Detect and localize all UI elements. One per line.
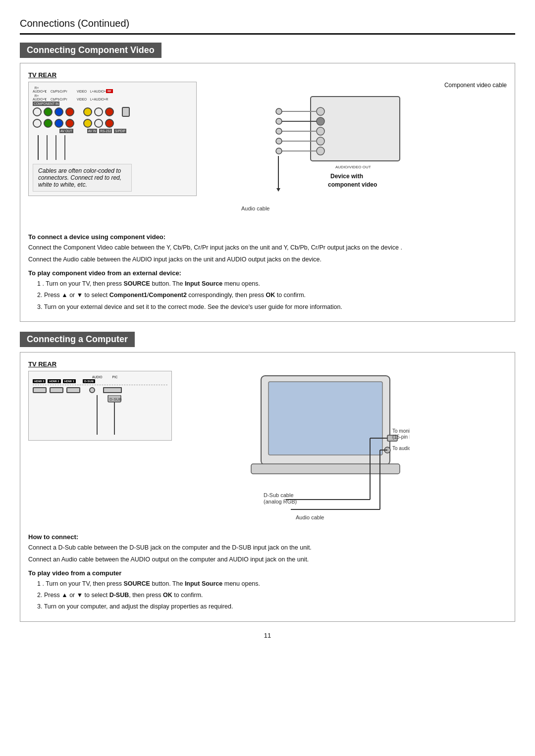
section-connecting-computer: Connecting a Computer TV REAR AUDIO PIC … bbox=[20, 332, 515, 622]
port2-video bbox=[83, 119, 92, 128]
svg-rect-16 bbox=[276, 118, 282, 124]
port2-audio-l2 bbox=[94, 119, 103, 128]
section1-instructions: To connect a device using component vide… bbox=[28, 224, 507, 312]
section2-box: TV REAR AUDIO PIC HDMI 3 HDMI 2 HDMI 1 D… bbox=[20, 352, 515, 622]
svg-text:Audio cable: Audio cable bbox=[296, 514, 324, 519]
section2-hdmi1: HDMI 1 bbox=[63, 379, 76, 383]
svg-point-8 bbox=[317, 137, 324, 145]
section2-hdmi3: HDMI 3 bbox=[33, 379, 46, 383]
svg-text:(15-pin D-Sub): (15-pin D-Sub) bbox=[392, 434, 410, 440]
svg-text:(analog RGB): (analog RGB) bbox=[264, 499, 297, 504]
section2-tv-rear-label: TV REAR bbox=[28, 360, 507, 368]
section1-tv-rear-label: TV REAR bbox=[28, 71, 507, 79]
section1-diagram: R+AUDIO+L Y Cb/Pb Cr/Pr VIDEO L+AUDIO+R … bbox=[28, 82, 507, 220]
svg-rect-19 bbox=[276, 148, 282, 154]
port-video bbox=[83, 107, 92, 116]
page-number: 11 bbox=[20, 632, 515, 639]
section1-tv-panel: R+AUDIO+L Y Cb/Pb Cr/Pr VIDEO L+AUDIO+R … bbox=[28, 82, 197, 196]
section1-component-in: COMPONENT IN bbox=[33, 101, 59, 106]
section2-right-computer: D-Sub cable (analog RGB) Audio cable (st… bbox=[172, 371, 507, 520]
svg-text:component video: component video bbox=[328, 181, 377, 188]
list-item: 3. Turn on your computer, and adjust the… bbox=[37, 602, 507, 612]
list-item: 1 . Turn on your TV, then press SOURCE b… bbox=[37, 579, 507, 589]
port-cr bbox=[65, 107, 74, 116]
svg-text:To monitor port: To monitor port bbox=[392, 428, 410, 434]
svg-point-7 bbox=[317, 127, 324, 135]
svg-point-9 bbox=[317, 147, 324, 155]
section1-av-out: AV OUT bbox=[59, 129, 73, 133]
port2-y bbox=[44, 119, 53, 128]
section2-tv-panel: AUDIO PIC HDMI 3 HDMI 2 HDMI 1 D-SUB bbox=[28, 371, 172, 441]
section1-cable-note: Cables are often color-coded to connecto… bbox=[33, 164, 132, 192]
section1-spdif: S/PDIF bbox=[114, 129, 126, 133]
section2-port-dsub bbox=[103, 387, 122, 393]
section1-av-in: AV IN bbox=[87, 129, 98, 133]
section2-hdmi2: HDMI 2 bbox=[48, 379, 60, 383]
svg-rect-31 bbox=[268, 382, 382, 455]
svg-marker-25 bbox=[276, 188, 280, 192]
section1-instr2-heading: To play component video from an external… bbox=[28, 269, 507, 277]
list-item: 2. Press ▲ or ▼ to select Component1/Com… bbox=[37, 290, 507, 301]
section1-rs232: RS-232 bbox=[99, 129, 112, 133]
port2-audio-r bbox=[105, 119, 114, 128]
port2-cb bbox=[54, 119, 63, 128]
svg-text:D-SUB: D-SUB bbox=[109, 397, 122, 402]
port-audio-l bbox=[33, 107, 42, 116]
port2-audio-l bbox=[33, 119, 42, 128]
section1-cable-svg bbox=[34, 135, 143, 160]
section2-header: Connecting a Computer bbox=[20, 332, 135, 347]
section2-play-video-heading: To play video from a computer bbox=[28, 569, 507, 577]
page-title: Connections (Continued) bbox=[20, 15, 515, 35]
port-y bbox=[44, 107, 53, 116]
port-rf bbox=[122, 107, 130, 117]
svg-text:AUDIO/VIDEO OUT: AUDIO/VIDEO OUT bbox=[335, 165, 371, 169]
svg-rect-18 bbox=[276, 138, 282, 144]
section2-how-to-text2: Connect an Audio cable between the AUDIO… bbox=[28, 554, 507, 564]
svg-text:Audio cable: Audio cable bbox=[241, 205, 270, 211]
section2-port-hdmi2 bbox=[50, 387, 63, 393]
section1-instr2-list: 1 . Turn on your TV, then press SOURCE b… bbox=[37, 279, 507, 312]
section2-audio-label: AUDIO bbox=[92, 375, 103, 379]
list-item: 3. Turn on your external device and set … bbox=[37, 302, 507, 312]
port2-cr bbox=[65, 119, 74, 128]
section2-port-hdmi3 bbox=[33, 387, 47, 393]
section1-instr1-text1: Connect the Component Video cable betwee… bbox=[28, 243, 507, 252]
svg-text:To audio output jack: To audio output jack bbox=[392, 446, 410, 451]
port-audio-r bbox=[105, 107, 114, 116]
section1-box: TV REAR R+AUDIO+L Y Cb/Pb Cr/Pr VIDEO L+… bbox=[20, 63, 515, 322]
section2-cable-svg: D-SUB bbox=[33, 395, 171, 435]
section2-pic-label: PIC bbox=[112, 375, 118, 379]
section2-diagram: AUDIO PIC HDMI 3 HDMI 2 HDMI 1 D-SUB bbox=[28, 371, 507, 520]
section2-how-to-heading: How to connect: bbox=[28, 533, 507, 541]
svg-text:D-Sub cable: D-Sub cable bbox=[264, 492, 294, 498]
svg-text:Device with: Device with bbox=[330, 173, 363, 180]
section2-dsub: D-SUB bbox=[83, 379, 95, 383]
svg-rect-17 bbox=[276, 128, 282, 134]
svg-point-5 bbox=[317, 107, 324, 115]
list-item: 2. Press ▲ or ▼ to select D-SUB, then pr… bbox=[37, 590, 507, 601]
port-audio-l2 bbox=[94, 107, 103, 116]
section-connecting-component-video: Connecting Component Video TV REAR R+AUD… bbox=[20, 43, 515, 322]
svg-rect-32 bbox=[251, 464, 400, 474]
section2-how-to-text1: Connect a D-Sub cable between the D-SUB … bbox=[28, 543, 507, 553]
section2-instructions: How to connect: Connect a D-Sub cable be… bbox=[28, 524, 507, 612]
section1-header: Connecting Component Video bbox=[20, 43, 161, 58]
section2-port-audio bbox=[89, 387, 95, 393]
svg-rect-15 bbox=[276, 108, 282, 114]
section1-instr1-heading: To connect a device using component vide… bbox=[28, 233, 507, 241]
section2-port-hdmi1 bbox=[66, 387, 80, 393]
section1-instr1-text2: Connect the Audio cable between the AUDI… bbox=[28, 254, 507, 264]
svg-point-6 bbox=[317, 117, 324, 125]
port-cb bbox=[54, 107, 63, 116]
section2-computer-svg: D-Sub cable (analog RGB) Audio cable (st… bbox=[187, 371, 410, 519]
section1-comp-cable-label: Component video cable bbox=[444, 82, 507, 89]
section1-device-svg: AUDIO/VIDEO OUT Device with component vi… bbox=[216, 92, 405, 220]
section2-play-video-list: 1 . Turn on your TV, then press SOURCE b… bbox=[37, 579, 507, 612]
list-item: 1 . Turn on your TV, then press SOURCE b… bbox=[37, 279, 507, 289]
section1-right-device: Component video cable bbox=[197, 82, 507, 220]
